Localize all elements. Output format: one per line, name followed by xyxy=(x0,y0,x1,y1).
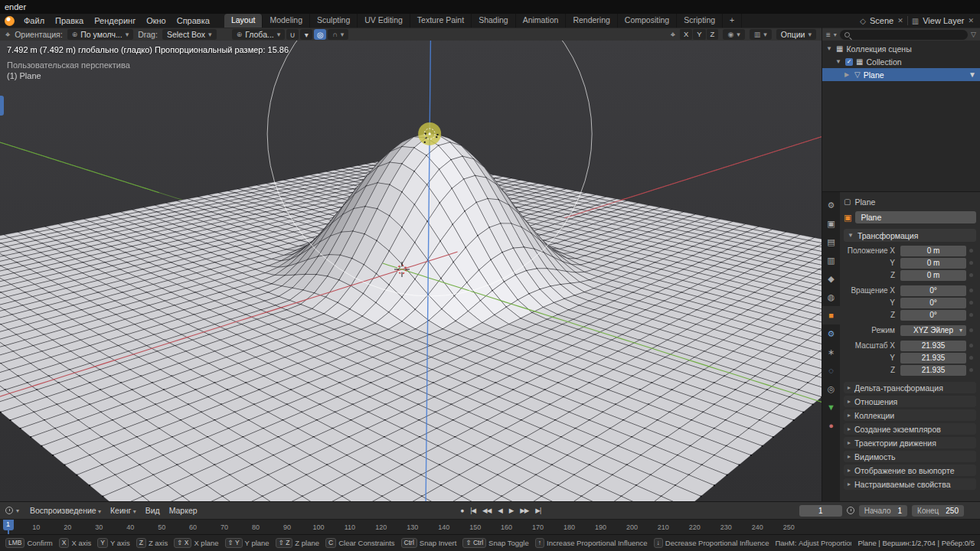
properties-tab[interactable]: ▤ xyxy=(822,233,840,251)
properties-tab[interactable]: ■ xyxy=(822,306,840,324)
timeline-menu[interactable]: Кеинг xyxy=(106,506,141,515)
animate-dot-button[interactable] xyxy=(966,328,975,332)
menu-item[interactable]: Правка xyxy=(50,16,89,25)
panel-header-collapsed[interactable]: Коллекции xyxy=(844,409,976,421)
workspace-tab[interactable]: Modeling xyxy=(263,14,310,28)
transport-button[interactable]: ▶| xyxy=(533,506,543,515)
workspace-tab[interactable]: UV Editing xyxy=(358,14,410,28)
animate-dot-button[interactable] xyxy=(966,289,975,292)
scene-selector[interactable]: Scene xyxy=(870,16,893,25)
outliner-editor-icon[interactable]: ≡ xyxy=(826,31,831,39)
timeline-menu[interactable]: Вид xyxy=(141,506,165,515)
value-field[interactable]: 0 m xyxy=(900,270,966,281)
unlink-scene-icon[interactable]: ✕ xyxy=(897,17,903,24)
value-field[interactable]: 0° xyxy=(900,298,966,308)
workspace-tab[interactable]: + xyxy=(723,14,742,28)
value-field[interactable]: 0 m xyxy=(900,258,966,269)
panel-header-transform[interactable]: ▼ Трансформация xyxy=(844,229,976,242)
animate-dot-button[interactable] xyxy=(966,249,975,253)
properties-tab[interactable]: ⚙ xyxy=(822,196,840,214)
workspace-tab[interactable]: Shading xyxy=(472,14,516,28)
workspace-tab[interactable]: Animation xyxy=(516,14,567,28)
overlays-dropdown[interactable]: ◉ ▾ xyxy=(723,29,744,40)
filter-icon[interactable]: ▽ xyxy=(971,31,976,38)
workspace-tab[interactable]: Compositing xyxy=(618,14,677,28)
outliner-row-plane[interactable]: ▶ ▽ Plane ▼ xyxy=(822,68,980,81)
options-dropdown[interactable]: Опции ▾ xyxy=(776,29,816,40)
animate-dot-button[interactable] xyxy=(966,261,975,265)
menu-item[interactable]: Справка xyxy=(172,16,215,25)
timeline-ruler[interactable]: 1 10203040506070809010011012013014015016… xyxy=(0,519,980,534)
collapse-icon[interactable]: ▼ xyxy=(826,45,833,52)
outliner-row-collection[interactable]: ▼ ✓ ▦ Collection xyxy=(822,55,980,68)
animate-dot-button[interactable] xyxy=(966,356,975,360)
falloff-dropdown[interactable]: ∩ ▾ xyxy=(328,29,348,40)
proportional-editing-toggle[interactable]: ◎ xyxy=(314,29,326,40)
current-frame-field[interactable]: 1 xyxy=(799,505,842,517)
menu-item[interactable]: Файл xyxy=(18,16,50,25)
transport-button[interactable]: ◀◀ xyxy=(480,506,493,515)
value-field[interactable]: 21.935 xyxy=(900,365,966,376)
blender-logo-icon[interactable] xyxy=(5,16,15,26)
properties-tab[interactable]: ◍ xyxy=(822,288,840,306)
panel-header-collapsed[interactable]: Настраиваемые свойства xyxy=(844,478,976,490)
gizmo-icon[interactable]: ⌖ xyxy=(671,30,675,40)
drag-dropdown[interactable]: Select Box ▾ xyxy=(162,29,217,40)
snap-settings-dropdown[interactable]: ▾ xyxy=(300,29,312,40)
timeline-menu[interactable]: Воспроизведение xyxy=(25,506,106,515)
workspace-tab[interactable]: Sculpting xyxy=(310,14,358,28)
transform-orientation-dropdown[interactable]: ⊕ Глоба... ▾ xyxy=(232,29,286,40)
menu-item[interactable]: Рендеринг xyxy=(89,16,141,25)
timeline-editor-icon[interactable] xyxy=(5,507,13,514)
workspace-tab[interactable]: Scripting xyxy=(677,14,723,28)
properties-tab[interactable]: ◎ xyxy=(822,380,840,398)
panel-header-collapsed[interactable]: Дельта-трансформация xyxy=(844,382,976,393)
panel-header-collapsed[interactable]: Траектории движения xyxy=(844,437,976,448)
frame-end-field[interactable]: Конец 250 xyxy=(912,505,964,517)
viewport-3d[interactable] xyxy=(0,41,822,501)
panel-header-collapsed[interactable]: Отображение во вьюпорте xyxy=(844,465,976,476)
view-layer-selector[interactable]: View Layer xyxy=(923,16,964,25)
collapse-icon[interactable]: ▼ xyxy=(835,58,842,65)
snap-magnet-toggle[interactable]: ∪ xyxy=(286,29,299,40)
properties-tab[interactable]: ◌ xyxy=(822,361,840,380)
transport-button[interactable]: ● xyxy=(458,506,466,515)
axis-toggle[interactable]: Y xyxy=(693,29,705,40)
panel-header-collapsed[interactable]: Создание экземпляров xyxy=(844,423,976,435)
properties-tab[interactable]: ⚙ xyxy=(822,324,840,343)
properties-tab[interactable]: ▼ xyxy=(822,398,840,416)
value-field[interactable]: 0 m xyxy=(900,246,966,256)
animate-dot-button[interactable] xyxy=(966,273,975,277)
animate-dot-button[interactable] xyxy=(966,368,975,372)
mesh-data-icon[interactable]: ▼ xyxy=(969,70,976,79)
shading-dropdown[interactable]: ▥ ▾ xyxy=(750,29,772,40)
value-field[interactable]: XYZ Эйлер xyxy=(900,325,966,336)
expand-icon[interactable]: ▶ xyxy=(844,71,851,78)
toolbar-collapsed-handle[interactable] xyxy=(0,96,4,116)
timeline-menu[interactable]: Маркер xyxy=(165,506,202,515)
value-field[interactable]: 0° xyxy=(900,285,966,296)
menu-item[interactable]: Окно xyxy=(141,16,172,25)
workspace-tab[interactable]: Layout xyxy=(224,14,263,28)
outliner-search-input[interactable] xyxy=(840,30,968,40)
panel-header-collapsed[interactable]: Отношения xyxy=(844,396,976,407)
value-field[interactable]: 0° xyxy=(900,310,966,321)
frame-start-field[interactable]: Начало 1 xyxy=(859,505,907,517)
axis-toggle[interactable]: X xyxy=(680,29,692,40)
animate-dot-button[interactable] xyxy=(966,301,975,305)
value-field[interactable]: 21.935 xyxy=(900,341,966,351)
transport-button[interactable]: ◀ xyxy=(495,506,505,515)
properties-tab[interactable]: ● xyxy=(822,416,840,435)
move-tool-icon[interactable]: ⌖ xyxy=(5,30,10,40)
collection-checkbox[interactable]: ✓ xyxy=(845,58,853,66)
animate-dot-button[interactable] xyxy=(966,313,975,317)
properties-tab[interactable]: ▣ xyxy=(822,214,840,233)
properties-tab[interactable]: ◆ xyxy=(822,269,840,288)
workspace-tab[interactable]: Texture Paint xyxy=(410,14,472,28)
window-titlebar[interactable]: ender xyxy=(0,0,980,14)
playhead[interactable]: 1 xyxy=(3,520,14,530)
orientation-dropdown[interactable]: ⊕ По умолч... ▾ xyxy=(67,29,133,40)
transport-button[interactable]: ▶ xyxy=(507,506,516,515)
properties-tab[interactable]: ▥ xyxy=(822,251,840,269)
transport-button[interactable]: |◀ xyxy=(468,506,478,515)
